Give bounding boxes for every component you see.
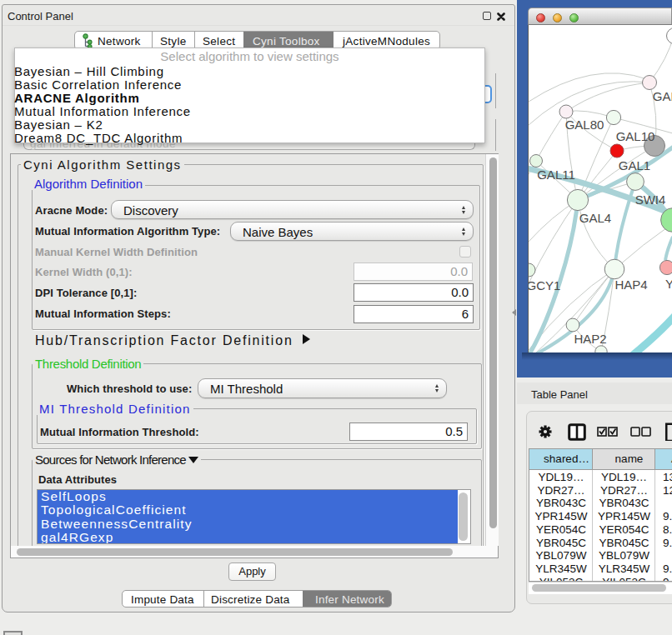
svg-text:GCY1: GCY1: [528, 278, 560, 292]
svg-text:SWI4: SWI4: [635, 192, 666, 207]
svg-text:HAP2: HAP2: [574, 332, 606, 346]
svg-text:HAP4: HAP4: [614, 278, 647, 292]
svg-text:GAL4: GAL4: [579, 211, 611, 225]
svg-text:GAL1: GAL1: [619, 158, 650, 172]
svg-text:GAL10: GAL10: [616, 129, 655, 143]
svg-text:Y: Y: [665, 277, 672, 291]
svg-text:GAL80: GAL80: [565, 118, 604, 132]
svg-text:GAL11: GAL11: [537, 168, 575, 182]
svg-text:GAL2: GAL2: [653, 89, 672, 103]
